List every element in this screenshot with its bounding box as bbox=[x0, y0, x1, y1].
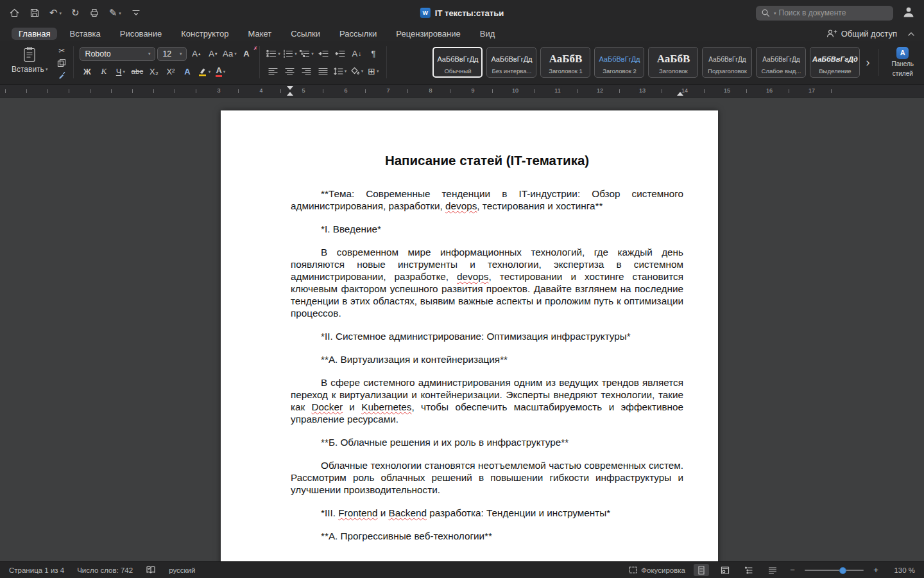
format-painter-button[interactable] bbox=[56, 71, 67, 80]
draft-view-button[interactable] bbox=[765, 564, 780, 576]
superscript-button[interactable]: Х² bbox=[163, 65, 178, 78]
style-card[interactable]: АаБбВЗаголовок bbox=[648, 47, 698, 78]
decrease-indent-button[interactable] bbox=[316, 47, 330, 60]
style-card[interactable]: АаБбВЗаголовок 1 bbox=[540, 47, 590, 78]
paragraph[interactable]: В современном мире информационных технол… bbox=[291, 246, 683, 319]
line-spacing-button[interactable]: ▾ bbox=[332, 64, 347, 78]
borders-button[interactable]: ⊞▾ bbox=[366, 64, 381, 78]
numbered-list-button[interactable]: ▾ bbox=[282, 47, 297, 60]
subscript-button[interactable]: Х₂ bbox=[146, 65, 161, 78]
ribbon-tab[interactable]: Рисование bbox=[113, 28, 169, 40]
search-box[interactable]: ▾ bbox=[756, 6, 893, 21]
zoom-in-button[interactable]: + bbox=[872, 565, 880, 575]
save-button[interactable] bbox=[30, 8, 40, 18]
sort-button[interactable]: А↓ bbox=[349, 47, 364, 60]
strikethrough-button[interactable]: abc bbox=[130, 65, 144, 78]
misspelled-word[interactable]: devops bbox=[457, 271, 488, 282]
misspelled-word[interactable]: Frontend bbox=[338, 507, 377, 518]
home-button[interactable] bbox=[9, 8, 20, 18]
text-effects-button[interactable]: А bbox=[180, 65, 194, 78]
shrink-font-button[interactable]: А▾ bbox=[205, 47, 220, 60]
paragraph[interactable]: Облачные технологии становятся неотъемле… bbox=[291, 459, 683, 496]
ribbon-tab[interactable]: Ссылки bbox=[284, 28, 327, 40]
first-line-indent-marker[interactable] bbox=[287, 86, 293, 90]
style-card[interactable]: АаБбВвГгДдПодзаголовок bbox=[702, 47, 752, 78]
grow-font-button[interactable]: А▴ bbox=[189, 47, 203, 60]
align-left-button[interactable] bbox=[266, 64, 280, 78]
clear-formatting-button[interactable]: А✗ bbox=[239, 47, 253, 60]
focus-mode-button[interactable]: Фокусировка bbox=[629, 566, 685, 574]
print-button[interactable] bbox=[89, 8, 99, 18]
spellcheck-status-button[interactable] bbox=[146, 566, 156, 574]
document-content[interactable]: Написание статей (IT-тематика) **Тема: С… bbox=[221, 110, 718, 561]
paste-button[interactable]: Вставить▾ bbox=[8, 45, 51, 75]
undo-button[interactable]: ↶▾ bbox=[49, 7, 62, 19]
paragraph[interactable]: **А. Прогрессивные веб-технологии** bbox=[291, 530, 683, 542]
italic-button[interactable]: К bbox=[96, 65, 111, 78]
edit-mode-button[interactable]: ✎▾ bbox=[109, 7, 121, 19]
zoom-slider[interactable] bbox=[805, 566, 864, 575]
style-card[interactable]: АаБбВвГгДдЗаголовок 2 bbox=[594, 47, 644, 78]
font-name-select[interactable]: Roboto▾ bbox=[80, 47, 155, 61]
zoom-knob[interactable] bbox=[839, 567, 846, 574]
paragraph[interactable]: **Б. Облачные решения и их роль в инфрас… bbox=[291, 436, 683, 448]
paragraph[interactable]: *I. Введение* bbox=[291, 223, 683, 235]
justify-button[interactable] bbox=[316, 64, 330, 78]
style-card[interactable]: АаБбВвГгДдБез интерва... bbox=[486, 47, 536, 78]
paragraph[interactable]: В сфере системного администрирования одн… bbox=[291, 376, 683, 425]
show-formatting-marks-button[interactable]: ¶ bbox=[366, 47, 381, 60]
page-count-status[interactable]: Страница 1 из 4 bbox=[9, 566, 64, 574]
style-card[interactable]: АаБбВвГгДдСлабое выд... bbox=[756, 47, 806, 78]
ribbon-tab[interactable]: Рассылки bbox=[332, 28, 384, 40]
highlight-button[interactable]: ▾ bbox=[196, 65, 211, 78]
underline-button[interactable]: Ч▾ bbox=[113, 65, 128, 78]
misspelled-word[interactable]: Backend bbox=[388, 507, 427, 518]
collapse-ribbon-button[interactable] bbox=[907, 28, 915, 39]
multilevel-list-button[interactable]: ▾ bbox=[299, 47, 314, 60]
styles-gallery-more-button[interactable]: › bbox=[864, 56, 871, 69]
style-card[interactable]: АаБбВвГгДдОбычный bbox=[432, 47, 483, 78]
paragraph[interactable]: *II. Системное администрирование: Оптими… bbox=[291, 330, 683, 342]
zoom-out-button[interactable]: − bbox=[789, 565, 796, 575]
font-color-button[interactable]: А▾ bbox=[213, 65, 228, 78]
share-button[interactable]: Общий доступ bbox=[826, 29, 897, 39]
change-case-button[interactable]: Аа▾ bbox=[222, 47, 237, 60]
customize-toolbar-button[interactable] bbox=[131, 8, 141, 17]
zoom-level[interactable]: 130 % bbox=[888, 566, 915, 574]
cut-button[interactable]: ✂ bbox=[56, 46, 67, 56]
document-page[interactable]: Написание статей (IT-тематика) **Тема: С… bbox=[221, 110, 718, 561]
redo-button[interactable]: ↻ bbox=[71, 7, 80, 19]
align-center-button[interactable] bbox=[282, 64, 297, 78]
style-card[interactable]: АаБбВвГгДдВыделение bbox=[810, 47, 860, 78]
ribbon-tab[interactable]: Рецензирование bbox=[389, 28, 467, 40]
print-layout-view-button[interactable] bbox=[694, 564, 709, 576]
styles-pane-button[interactable]: А Панель стилей bbox=[886, 47, 919, 78]
paragraph[interactable]: **А. Виртуализация и контейнеризация** bbox=[291, 353, 683, 365]
account-avatar[interactable] bbox=[902, 6, 915, 21]
ribbon-tab[interactable]: Главная bbox=[12, 28, 57, 40]
paragraph[interactable]: **Тема: Современные тенденции в IT-индус… bbox=[291, 188, 683, 212]
paragraph[interactable]: *III. Frontend и Backend разработка: Тен… bbox=[291, 507, 683, 519]
align-right-button[interactable] bbox=[299, 64, 314, 78]
shading-button[interactable]: ▾ bbox=[349, 64, 364, 78]
ribbon-tab[interactable]: Макет bbox=[241, 28, 278, 40]
search-input[interactable] bbox=[779, 8, 888, 17]
bold-button[interactable]: Ж bbox=[80, 65, 94, 78]
font-size-select[interactable]: 12▾ bbox=[157, 47, 187, 61]
language-status[interactable]: русский bbox=[169, 566, 195, 574]
outline-view-button[interactable] bbox=[741, 564, 757, 576]
misspelled-word[interactable]: Docker bbox=[312, 401, 343, 412]
word-count-status[interactable]: Число слов: 742 bbox=[77, 566, 133, 574]
document-heading[interactable]: Написание статей (IT-тематика) bbox=[291, 153, 683, 168]
copy-button[interactable] bbox=[56, 58, 67, 68]
ribbon-tab[interactable]: Вставка bbox=[62, 28, 107, 40]
misspelled-word[interactable]: Kubernetes bbox=[361, 401, 411, 412]
right-indent-marker[interactable] bbox=[677, 92, 683, 96]
web-layout-view-button[interactable] bbox=[717, 564, 733, 576]
ribbon-tab[interactable]: Конструктор bbox=[174, 28, 235, 40]
increase-indent-button[interactable] bbox=[332, 47, 347, 60]
ribbon-tab[interactable]: Вид bbox=[473, 28, 502, 40]
left-indent-marker[interactable] bbox=[287, 92, 293, 96]
bullet-list-button[interactable]: ▾ bbox=[266, 47, 280, 60]
misspelled-word[interactable]: devops bbox=[445, 200, 477, 211]
